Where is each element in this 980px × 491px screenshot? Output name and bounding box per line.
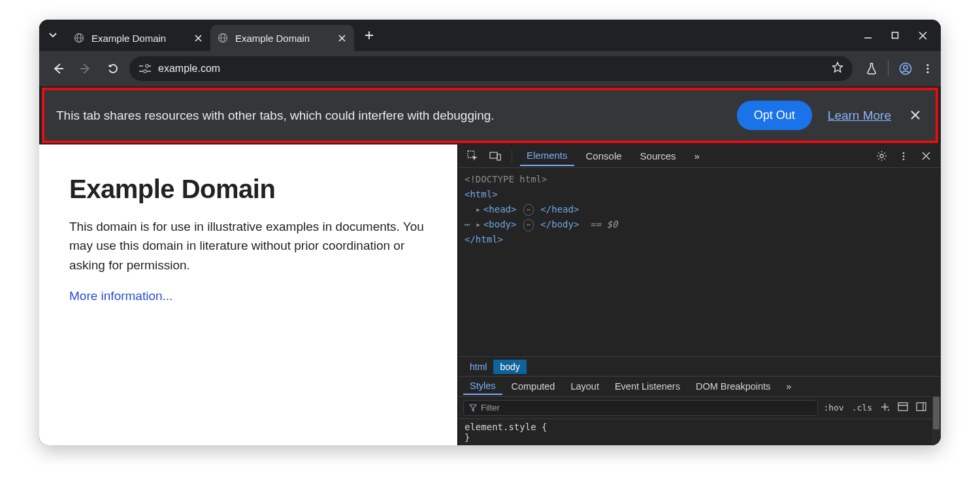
- svg-rect-7: [892, 33, 898, 39]
- dom-doctype: <!DOCTYPE html>: [465, 174, 547, 184]
- maximize-button[interactable]: [890, 31, 900, 40]
- svg-point-25: [903, 158, 905, 160]
- style-rule-close: }: [465, 432, 925, 443]
- subtab-layout[interactable]: Layout: [564, 379, 606, 394]
- tab-close-button[interactable]: [336, 32, 348, 44]
- inspect-button[interactable]: [465, 150, 482, 162]
- svg-point-24: [903, 155, 905, 157]
- dom-tree[interactable]: <!DOCTYPE html> <html> ▸<head> ⋯ </head>…: [458, 168, 941, 356]
- tab-more[interactable]: »: [688, 146, 706, 165]
- devtools-menu-button[interactable]: [895, 152, 912, 161]
- breadcrumb-body[interactable]: body: [493, 360, 526, 374]
- svg-rect-12: [148, 65, 151, 67]
- opt-out-button[interactable]: Opt Out: [737, 101, 812, 130]
- styles-tabbar: Styles Computed Layout Event Listeners D…: [458, 376, 941, 397]
- filter-actions: :hov .cls: [823, 402, 926, 414]
- svg-point-16: [926, 64, 928, 66]
- expand-arrow-icon[interactable]: ▸: [476, 202, 483, 217]
- selected-indicator: ⋯: [465, 219, 470, 229]
- arrow-right-icon: [80, 63, 91, 75]
- subtab-dom-breakpoints[interactable]: DOM Breakpoints: [689, 379, 777, 394]
- infobar-message: This tab shares resources with other tab…: [56, 109, 721, 123]
- expand-arrow-icon[interactable]: ▸: [476, 217, 483, 232]
- tab-active[interactable]: Example Domain: [210, 25, 354, 51]
- new-tab-button[interactable]: [359, 25, 379, 45]
- tab-close-button[interactable]: [192, 32, 204, 44]
- svg-rect-28: [917, 403, 926, 411]
- sidebar-toggle-button[interactable]: [916, 402, 926, 413]
- styles-filter-input[interactable]: Filter: [463, 400, 818, 416]
- tab-elements[interactable]: Elements: [520, 146, 574, 166]
- dom-head: <head>: [483, 204, 517, 214]
- page-paragraph: This domain is for use in illustrative e…: [69, 217, 427, 275]
- kebab-icon: [899, 152, 908, 161]
- svg-point-23: [903, 152, 905, 154]
- hov-toggle[interactable]: :hov: [823, 403, 843, 413]
- dom-body: <body>: [483, 219, 517, 229]
- labs-button[interactable]: [866, 63, 877, 75]
- dom-breadcrumb: html body: [458, 356, 941, 376]
- svg-rect-13: [146, 71, 151, 72]
- bookmark-button[interactable]: [832, 61, 843, 76]
- reload-button[interactable]: [102, 58, 124, 80]
- profile-icon: [899, 62, 912, 75]
- subtab-event-listeners[interactable]: Event Listeners: [608, 379, 687, 394]
- settings-button[interactable]: [873, 150, 890, 161]
- gear-icon: [876, 150, 887, 161]
- infobar-close-button[interactable]: [907, 108, 924, 123]
- close-window-button[interactable]: [917, 31, 928, 40]
- maximize-icon: [891, 31, 899, 39]
- tab-inactive[interactable]: Example Domain: [67, 25, 210, 51]
- browser-window: Example Domain Example Domain: [39, 20, 941, 445]
- breadcrumb-html[interactable]: html: [463, 360, 493, 374]
- subtab-more[interactable]: »: [779, 379, 798, 394]
- menu-button[interactable]: [923, 63, 933, 74]
- svg-rect-21: [497, 154, 500, 160]
- page-heading: Example Domain: [69, 175, 427, 204]
- learn-more-link[interactable]: Learn More: [828, 109, 891, 123]
- svg-point-15: [904, 65, 907, 69]
- tabs-dropdown-button[interactable]: [43, 25, 63, 45]
- svg-point-10: [146, 65, 148, 67]
- devtools-toolbar: Elements Console Sources »: [458, 144, 941, 168]
- svg-rect-9: [139, 71, 143, 72]
- svg-rect-20: [490, 152, 497, 158]
- tab-console[interactable]: Console: [580, 146, 629, 165]
- minimize-button[interactable]: [862, 31, 873, 40]
- inspect-icon: [467, 150, 479, 162]
- profile-button[interactable]: [899, 62, 912, 75]
- svg-point-17: [926, 67, 928, 69]
- back-button[interactable]: [47, 58, 69, 80]
- svg-rect-8: [139, 65, 143, 67]
- device-button[interactable]: [487, 151, 504, 161]
- styles-content[interactable]: element.style { }: [458, 419, 932, 445]
- close-icon: [195, 35, 202, 42]
- device-icon: [489, 151, 501, 161]
- url-text: example.com: [158, 63, 825, 75]
- forward-button[interactable]: [74, 58, 97, 80]
- devtools-close-button[interactable]: [917, 152, 934, 160]
- ellipsis-badge[interactable]: ⋯: [523, 204, 534, 216]
- dom-body-close: </body>: [540, 219, 579, 229]
- scrollbar-thumb[interactable]: [933, 397, 939, 430]
- scrollbar[interactable]: [932, 397, 941, 445]
- tab-sources[interactable]: Sources: [634, 146, 683, 165]
- tab-title: Example Domain: [235, 33, 329, 44]
- cls-toggle[interactable]: .cls: [852, 403, 872, 413]
- computed-styles-button[interactable]: [898, 402, 908, 413]
- window-controls: [862, 31, 934, 40]
- infobar-highlight: This tab shares resources with other tab…: [42, 88, 938, 143]
- divider: [512, 150, 512, 163]
- panel-icon: [898, 402, 908, 411]
- subtab-computed[interactable]: Computed: [505, 379, 562, 394]
- styles-filterbar: Filter :hov .cls: [458, 397, 932, 419]
- subtab-styles[interactable]: Styles: [463, 378, 502, 395]
- address-bar[interactable]: example.com: [129, 56, 853, 81]
- more-information-link[interactable]: More information...: [69, 289, 172, 303]
- site-settings-icon[interactable]: [139, 63, 152, 74]
- content-area: Example Domain This domain is for use in…: [39, 144, 941, 445]
- svg-rect-26: [898, 403, 907, 411]
- dom-head-close: </head>: [540, 204, 579, 214]
- new-style-button[interactable]: [880, 402, 890, 414]
- ellipsis-badge[interactable]: ⋯: [523, 219, 534, 231]
